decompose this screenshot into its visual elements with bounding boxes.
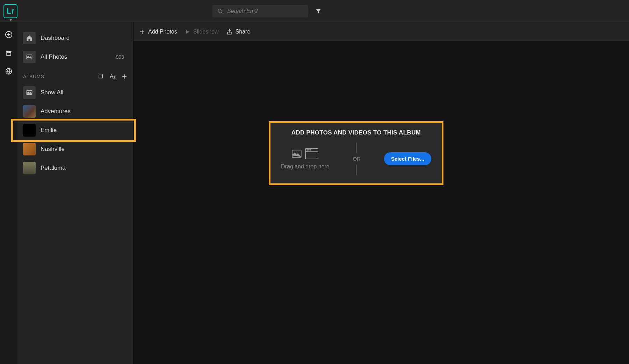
- sidebar-item-label: Show All: [41, 89, 63, 96]
- drag-drop-area[interactable]: Drag and drop here: [281, 148, 330, 170]
- svg-point-21: [307, 150, 308, 150]
- filter-icon[interactable]: [315, 8, 321, 14]
- toolbar-label: Share: [236, 29, 251, 35]
- svg-point-23: [310, 150, 311, 150]
- add-photos-panel: ADD PHOTOS AND VIDEOS TO THIS ALBUM Drag…: [269, 121, 443, 185]
- search-input[interactable]: [227, 8, 303, 14]
- archive-icon[interactable]: [5, 50, 12, 57]
- logo-dropdown-icon[interactable]: ▼: [9, 18, 13, 22]
- sidebar-item-show-all[interactable]: Show All: [17, 83, 133, 102]
- album-item-petaluma[interactable]: Petaluma: [17, 159, 133, 177]
- plus-icon: [139, 29, 145, 35]
- add-photos-button[interactable]: Add Photos: [139, 29, 177, 35]
- album-item-adventures[interactable]: Adventures: [17, 102, 133, 121]
- new-folder-icon[interactable]: [98, 73, 104, 80]
- sort-az-icon[interactable]: AZ: [110, 73, 116, 80]
- or-text: OR: [353, 156, 361, 162]
- svg-point-0: [218, 9, 221, 12]
- svg-rect-9: [99, 75, 103, 78]
- album-item-label: Adventures: [41, 108, 71, 115]
- app-logo[interactable]: Lr: [3, 4, 17, 18]
- add-icon[interactable]: [5, 31, 13, 38]
- photos-icon: [23, 51, 36, 63]
- window-icon: [305, 148, 318, 159]
- top-bar: Lr ▼: [0, 0, 629, 22]
- select-files-button[interactable]: Select Files...: [384, 152, 431, 165]
- svg-point-22: [309, 150, 309, 150]
- app-logo-text: Lr: [7, 7, 14, 16]
- globe-icon[interactable]: [5, 68, 12, 75]
- grid-icon: [23, 86, 36, 99]
- sidebar-item-all-photos[interactable]: All Photos 993: [17, 48, 133, 66]
- albums-header-label: ALBUMS: [23, 74, 44, 79]
- drag-drop-text: Drag and drop here: [281, 163, 330, 170]
- add-album-icon[interactable]: [121, 73, 128, 80]
- sidebar: Dashboard All Photos 993 ALBUMS AZ Show …: [17, 22, 133, 364]
- slideshow-button[interactable]: Slideshow: [185, 29, 219, 35]
- svg-rect-5: [6, 51, 12, 52]
- toolbar-label: Slideshow: [193, 29, 219, 35]
- sidebar-item-label: All Photos: [41, 53, 67, 60]
- album-thumbnail: [23, 143, 36, 155]
- svg-line-1: [221, 12, 222, 13]
- svg-rect-6: [7, 52, 11, 55]
- search-icon: [217, 8, 223, 14]
- album-thumbnail: [23, 105, 36, 118]
- album-item-nashville[interactable]: Nashville: [17, 140, 133, 159]
- image-icon: [292, 150, 302, 158]
- albums-header: ALBUMS AZ: [17, 66, 133, 83]
- content-area: Add Photos Slideshow Share ADD PHOTOS AN…: [133, 22, 629, 364]
- album-item-label: Nashville: [41, 146, 65, 153]
- album-item-label: Emilie: [41, 127, 57, 134]
- toolbar-label: Add Photos: [148, 29, 177, 35]
- play-icon: [185, 29, 190, 35]
- sidebar-item-label: Dashboard: [41, 35, 70, 42]
- album-thumbnail: [23, 124, 36, 137]
- album-item-emilie[interactable]: Emilie: [17, 121, 133, 140]
- all-photos-count: 993: [116, 54, 128, 60]
- or-separator: OR: [353, 143, 361, 175]
- share-button[interactable]: Share: [226, 29, 251, 35]
- album-item-label: Petaluma: [41, 165, 66, 172]
- share-icon: [226, 29, 233, 35]
- search-box[interactable]: [212, 5, 308, 17]
- sidebar-item-dashboard[interactable]: Dashboard: [17, 29, 133, 48]
- drop-panel-title: ADD PHOTOS AND VIDEOS TO THIS ALBUM: [277, 129, 435, 136]
- home-icon: [23, 32, 36, 44]
- icon-rail: [0, 22, 17, 364]
- album-thumbnail: [23, 162, 36, 174]
- content-toolbar: Add Photos Slideshow Share: [133, 22, 629, 41]
